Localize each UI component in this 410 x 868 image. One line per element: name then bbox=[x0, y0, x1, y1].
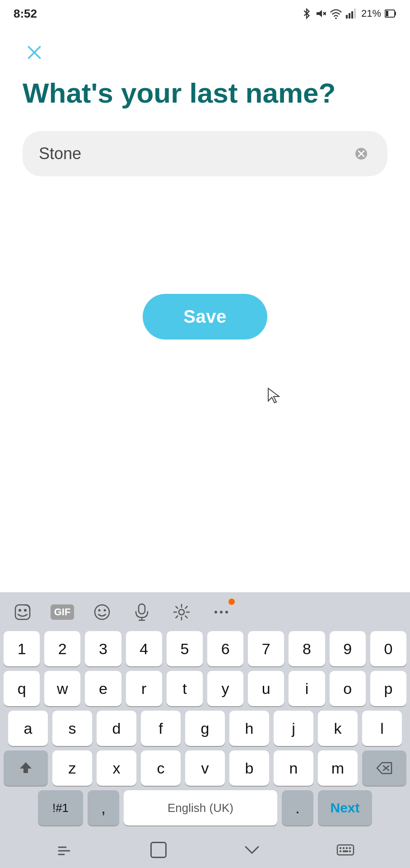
svg-point-18 bbox=[24, 609, 27, 612]
key-r[interactable]: r bbox=[126, 671, 162, 706]
svg-point-19 bbox=[95, 605, 109, 619]
svg-point-17 bbox=[19, 609, 21, 612]
save-button[interactable]: Save bbox=[143, 294, 267, 340]
key-c[interactable]: c bbox=[141, 750, 181, 786]
bottom-nav bbox=[0, 832, 410, 868]
key-j[interactable]: j bbox=[274, 711, 313, 746]
key-2[interactable]: 2 bbox=[44, 631, 80, 666]
emoji-icon[interactable] bbox=[90, 600, 114, 624]
svg-rect-36 bbox=[343, 847, 345, 849]
svg-rect-38 bbox=[349, 847, 351, 849]
key-row-4: !#1 , English (UK) . Next bbox=[4, 790, 406, 826]
key-w[interactable]: w bbox=[44, 671, 80, 706]
last-name-input-value: Stone bbox=[39, 144, 81, 163]
svg-marker-0 bbox=[317, 10, 322, 17]
key-o[interactable]: o bbox=[330, 671, 366, 706]
key-h[interactable]: h bbox=[229, 711, 269, 746]
gif-label: GIF bbox=[51, 604, 75, 620]
key-m[interactable]: m bbox=[318, 750, 358, 786]
svg-point-21 bbox=[104, 609, 106, 612]
cursor bbox=[266, 387, 282, 408]
keyboard-keys: 1 2 3 4 5 6 7 8 9 0 q w e r t y u i o p … bbox=[0, 629, 410, 832]
home-square-icon bbox=[150, 842, 167, 858]
key-g[interactable]: g bbox=[185, 711, 225, 746]
key-1[interactable]: 1 bbox=[4, 631, 40, 666]
key-6[interactable]: 6 bbox=[207, 631, 243, 666]
svg-rect-4 bbox=[346, 15, 348, 19]
key-n[interactable]: n bbox=[274, 750, 313, 786]
key-z[interactable]: z bbox=[52, 750, 92, 786]
symbols-key[interactable]: !#1 bbox=[38, 790, 83, 826]
shift-key[interactable] bbox=[4, 750, 48, 786]
last-name-input-container[interactable]: Stone bbox=[23, 131, 387, 176]
notification-badge bbox=[228, 599, 235, 605]
settings-icon[interactable] bbox=[170, 600, 193, 624]
svg-rect-35 bbox=[340, 847, 341, 849]
keyboard-toolbar: GIF bbox=[0, 592, 410, 629]
key-4[interactable]: 4 bbox=[126, 631, 162, 666]
toolbar-icons: GIF bbox=[11, 600, 233, 624]
period-key[interactable]: . bbox=[282, 790, 313, 826]
backspace-key[interactable] bbox=[362, 750, 406, 786]
key-3[interactable]: 3 bbox=[85, 631, 121, 666]
signal-icon bbox=[346, 8, 358, 19]
svg-rect-37 bbox=[346, 847, 348, 849]
key-9[interactable]: 9 bbox=[330, 631, 366, 666]
mic-icon[interactable] bbox=[130, 600, 154, 624]
key-8[interactable]: 8 bbox=[289, 631, 325, 666]
next-key[interactable]: Next bbox=[318, 790, 372, 826]
key-0[interactable]: 0 bbox=[370, 631, 406, 666]
key-f[interactable]: f bbox=[141, 711, 181, 746]
stickers-icon[interactable] bbox=[11, 600, 34, 624]
svg-point-26 bbox=[214, 611, 217, 613]
svg-rect-9 bbox=[386, 11, 388, 16]
key-y[interactable]: y bbox=[207, 671, 243, 706]
keyboard: GIF bbox=[0, 592, 410, 868]
key-i[interactable]: i bbox=[289, 671, 325, 706]
input-clear-button[interactable] bbox=[351, 144, 371, 164]
gif-icon[interactable]: GIF bbox=[51, 600, 74, 624]
key-u[interactable]: u bbox=[248, 671, 284, 706]
wifi-icon bbox=[330, 8, 342, 19]
key-s[interactable]: s bbox=[52, 711, 92, 746]
svg-point-25 bbox=[179, 609, 184, 615]
svg-rect-16 bbox=[15, 605, 30, 619]
key-q[interactable]: q bbox=[4, 671, 40, 706]
back-nav-button[interactable] bbox=[49, 834, 81, 866]
svg-rect-5 bbox=[349, 13, 350, 19]
keyboard-nav-button[interactable] bbox=[330, 834, 361, 866]
space-key[interactable]: English (UK) bbox=[124, 790, 277, 826]
close-button[interactable] bbox=[23, 41, 46, 64]
home-nav-button[interactable] bbox=[143, 834, 174, 866]
more-options-icon[interactable] bbox=[210, 600, 233, 624]
svg-rect-34 bbox=[337, 845, 354, 855]
key-row-1: q w e r t y u i o p bbox=[4, 671, 406, 706]
key-7[interactable]: 7 bbox=[248, 631, 284, 666]
key-l[interactable]: l bbox=[362, 711, 402, 746]
svg-rect-41 bbox=[349, 850, 351, 852]
battery-icon bbox=[385, 9, 396, 19]
key-b[interactable]: b bbox=[229, 750, 269, 786]
status-time: 8:52 bbox=[14, 7, 37, 21]
save-button-area: Save bbox=[23, 294, 387, 340]
key-p[interactable]: p bbox=[370, 671, 406, 706]
key-5[interactable]: 5 bbox=[167, 631, 203, 666]
key-t[interactable]: t bbox=[167, 671, 203, 706]
key-k[interactable]: k bbox=[318, 711, 358, 746]
key-x[interactable]: x bbox=[97, 750, 136, 786]
status-icons: 21% bbox=[302, 7, 396, 20]
svg-point-27 bbox=[220, 611, 223, 613]
key-v[interactable]: v bbox=[185, 750, 225, 786]
svg-rect-39 bbox=[340, 850, 341, 852]
mute-icon bbox=[315, 8, 326, 19]
svg-rect-22 bbox=[139, 604, 145, 614]
down-nav-button[interactable] bbox=[236, 834, 268, 866]
battery-percent: 21% bbox=[361, 8, 381, 19]
key-a[interactable]: a bbox=[8, 711, 48, 746]
number-row: 1 2 3 4 5 6 7 8 9 0 bbox=[4, 631, 406, 666]
svg-point-20 bbox=[98, 609, 101, 612]
key-e[interactable]: e bbox=[85, 671, 121, 706]
svg-point-28 bbox=[225, 611, 228, 613]
comma-key[interactable]: , bbox=[88, 790, 119, 826]
key-d[interactable]: d bbox=[97, 711, 136, 746]
